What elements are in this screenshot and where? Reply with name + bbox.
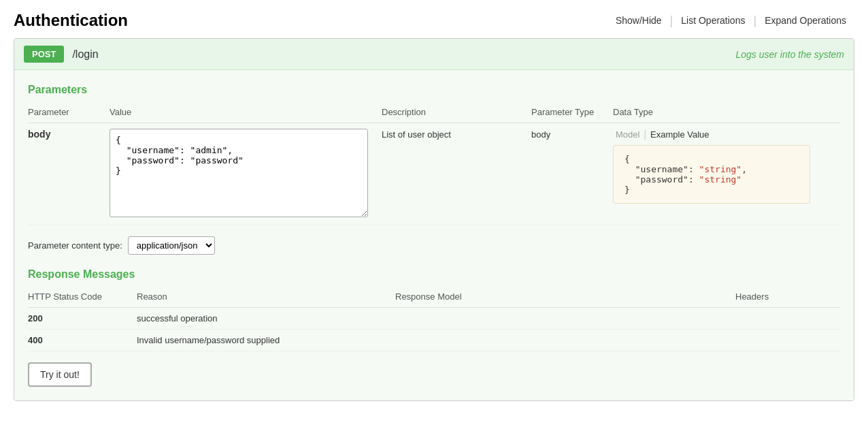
endpoint-path: /login (72, 48, 735, 61)
col-reason: Reason (137, 289, 395, 308)
status-400: 400 (28, 335, 43, 345)
content-type-label: Parameter content type: (28, 240, 122, 251)
content-type-select[interactable]: application/json (128, 236, 215, 255)
param-type: body (531, 129, 550, 140)
show-hide-link[interactable]: Show/Hide (607, 12, 670, 29)
operation-summary: Logs user into the system (735, 49, 844, 60)
example-box: { "username": "string", "password": "str… (613, 145, 810, 204)
col-response-model: Response Model (395, 289, 735, 308)
page-wrapper: Authentication Show/Hide | List Operatio… (0, 0, 868, 427)
operation-content: Parameters Parameter Value Description P… (14, 70, 854, 400)
param-description: List of user object (382, 129, 451, 140)
col-parameter: Parameter (28, 104, 110, 123)
reason-200: successful operation (137, 313, 218, 323)
col-status-code: HTTP Status Code (28, 289, 137, 308)
col-value: Value (110, 104, 382, 123)
reason-400: Invalid username/password supplied (137, 335, 280, 345)
expand-operations-link[interactable]: Expand Operations (756, 12, 854, 29)
table-row: 400 Invalid username/password supplied (28, 330, 840, 351)
content-type-row: Parameter content type: application/json (28, 236, 840, 255)
try-it-out-button[interactable]: Try it out! (28, 362, 92, 387)
table-row: 200 successful operation (28, 308, 840, 330)
param-name: body (28, 129, 50, 140)
page-title: Authentication (14, 11, 128, 30)
username-string: "string" (699, 164, 742, 174)
table-row: body { "username": "admin", "password": … (28, 123, 840, 225)
col-param-type: Parameter Type (531, 104, 613, 123)
col-data-type: Data Type (613, 104, 840, 123)
model-tab[interactable]: Model (613, 129, 642, 140)
model-example-tabs: Model | Example Value (613, 129, 835, 140)
response-title: Response Messages (28, 268, 840, 281)
tab-separator: | (642, 129, 648, 140)
operation-header: POST /login Logs user into the system (14, 39, 854, 70)
password-string: "string" (699, 174, 742, 185)
header-actions: Show/Hide | List Operations | Expand Ope… (607, 12, 854, 29)
example-tab[interactable]: Example Value (648, 129, 712, 140)
page-header: Authentication Show/Hide | List Operatio… (14, 11, 854, 30)
list-operations-link[interactable]: List Operations (673, 12, 753, 29)
parameters-table: Parameter Value Description Parameter Ty… (28, 104, 840, 225)
response-table: HTTP Status Code Reason Response Model H… (28, 289, 840, 351)
status-200: 200 (28, 313, 43, 323)
col-description: Description (382, 104, 531, 123)
parameters-title: Parameters (28, 84, 840, 96)
operation-block: POST /login Logs user into the system Pa… (14, 38, 854, 401)
body-param-input[interactable]: { "username": "admin", "password": "pass… (110, 129, 368, 217)
method-badge: POST (24, 46, 64, 63)
col-headers: Headers (735, 289, 840, 308)
